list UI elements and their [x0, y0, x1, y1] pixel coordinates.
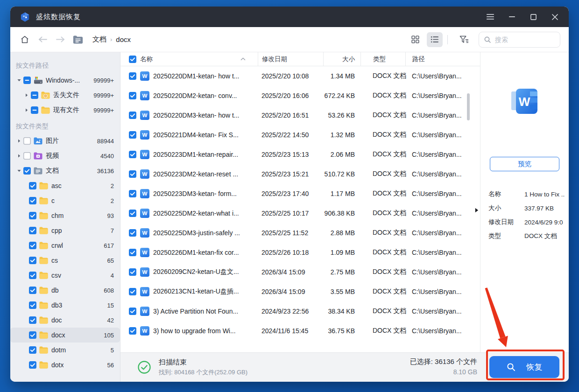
table-row[interactable]: W20250223DM2-ketan-reset ...2025/2/23 15… [120, 164, 480, 184]
column-header-size[interactable]: 大小 [323, 52, 360, 66]
recover-button[interactable]: 恢复 [489, 356, 559, 378]
sidebar-item-cs[interactable]: cs65 [10, 253, 120, 268]
table-row[interactable]: W3) how to upgrade from Wi...2024/11/6 1… [120, 321, 480, 341]
sidebar-item-lost-files[interactable]: 丢失文件99999+ [10, 88, 120, 103]
sidebar-item-db[interactable]: db608 [10, 283, 120, 298]
scrollbar-thumb[interactable] [467, 93, 470, 120]
sidebar-item-existing-files[interactable]: 现有文件99999+ [10, 103, 120, 118]
close-icon[interactable] [550, 12, 559, 21]
checkbox-checked-icon[interactable] [23, 167, 31, 175]
sidebar-item-asc[interactable]: asc2 [10, 178, 120, 193]
table-row[interactable]: W20250226DM1-ketan-fix cor...2025/2/26 1… [120, 243, 480, 262]
list-view-button[interactable] [427, 32, 443, 47]
filter-button[interactable] [456, 32, 472, 47]
checkbox-checked-icon[interactable] [29, 361, 36, 369]
row-checkbox-checked-icon[interactable] [129, 249, 136, 256]
sidebar-item-windows-drive[interactable]: Windows-...99999+ [10, 73, 120, 88]
checkbox-unchecked-icon[interactable] [23, 152, 31, 160]
sidebar-item-cpp[interactable]: cpp7 [10, 223, 120, 238]
sidebar-item-videos[interactable]: 视频4540 [10, 148, 120, 163]
table-row[interactable]: W20250220DM3-ketan- how t...2025/2/20 16… [120, 105, 480, 125]
table-row[interactable]: W20260209CN2-ketan-U盘文...2026/3/4 15:092… [120, 262, 480, 282]
home-button[interactable] [19, 34, 31, 46]
chevron-right-icon[interactable] [22, 93, 31, 98]
row-checkbox-checked-icon[interactable] [129, 268, 136, 276]
checkbox-unchecked-icon[interactable] [23, 137, 31, 145]
cell-file-type: DOCX 文档 [360, 248, 405, 257]
row-checkbox-checked-icon[interactable] [129, 72, 136, 80]
chevron-down-icon[interactable] [15, 168, 23, 173]
back-button[interactable] [36, 34, 49, 46]
sidebar-item-docx[interactable]: docx105 [10, 328, 120, 343]
table-row[interactable]: W20250225DM2-ketan-what i...2025/2/25 10… [120, 203, 480, 223]
row-checkbox-checked-icon[interactable] [129, 308, 136, 315]
select-all-checkbox[interactable] [129, 56, 136, 63]
row-checkbox-checked-icon[interactable] [129, 210, 136, 217]
word-file-icon: W [140, 111, 149, 120]
sort-ascending-icon[interactable] [240, 57, 246, 61]
sidebar-item-dotm[interactable]: dotm5 [10, 343, 120, 357]
checkbox-checked-icon[interactable] [29, 227, 36, 234]
row-checkbox-checked-icon[interactable] [129, 229, 136, 237]
breadcrumb-item-documents[interactable]: 文档 [92, 35, 106, 44]
column-header-date[interactable]: 修改日期 [258, 52, 323, 66]
sidebar-item-chm[interactable]: chm93 [10, 208, 120, 223]
row-checkbox-checked-icon[interactable] [129, 170, 136, 178]
chevron-right-icon[interactable] [15, 154, 23, 158]
checkbox-checked-icon[interactable] [29, 331, 36, 339]
sidebar-item-doc[interactable]: doc42 [10, 313, 120, 328]
forward-button[interactable] [54, 34, 66, 46]
checkbox-checked-icon[interactable] [29, 301, 36, 309]
row-checkbox-checked-icon[interactable] [129, 112, 136, 119]
collapse-panel-arrow[interactable] [474, 207, 479, 215]
table-row[interactable]: W20250223DM1-ketan-repair...2025/2/23 15… [120, 145, 480, 164]
checkbox-checked-icon[interactable] [29, 212, 36, 219]
row-checkbox-checked-icon[interactable] [129, 92, 136, 99]
table-row[interactable]: W20250223DM3-ketan- form...2025/2/23 17:… [120, 184, 480, 203]
preview-button[interactable]: 预览 [490, 157, 559, 171]
word-file-icon: W [140, 267, 149, 277]
row-checkbox-checked-icon[interactable] [129, 151, 136, 158]
maximize-button[interactable] [529, 12, 538, 21]
grid-view-button[interactable] [407, 32, 423, 47]
checkbox-checked-icon[interactable] [29, 287, 36, 294]
table-row[interactable]: W20250220DM2-ketan- conv...2025/2/20 16:… [120, 86, 480, 105]
row-checkbox-checked-icon[interactable] [129, 288, 136, 295]
sidebar-item-count: 5 [111, 347, 120, 354]
row-checkbox-checked-icon[interactable] [129, 190, 136, 197]
sidebar-item-c[interactable]: c2 [10, 193, 120, 208]
checkbox-checked-icon[interactable] [29, 346, 36, 354]
sidebar-item-pictures[interactable]: 图片88944 [10, 133, 120, 148]
checkbox-checked-icon[interactable] [29, 197, 36, 204]
checkbox-indeterminate-icon[interactable] [23, 77, 31, 84]
sidebar-item-csv[interactable]: csv4 [10, 268, 120, 283]
sidebar-item-dotx[interactable]: dotx56 [10, 357, 120, 372]
menu-icon[interactable] [486, 12, 495, 21]
table-row[interactable]: W3) Active Partition Not Foun...2024/9/2… [120, 301, 480, 321]
checkbox-indeterminate-icon[interactable] [31, 106, 38, 114]
table-row[interactable]: W20260213CN1-ketan-U盘插...2026/3/4 15:093… [120, 282, 480, 301]
table-row[interactable]: W20250220DM1-ketan- how t...2025/2/20 10… [120, 66, 480, 86]
minimize-button[interactable] [507, 12, 516, 21]
checkbox-checked-icon[interactable] [29, 257, 36, 264]
breadcrumb-item-docx[interactable]: docx [116, 35, 131, 43]
column-header-type[interactable]: 类型 [360, 52, 405, 66]
table-row[interactable]: W20250221DM4-ketan- Fix S...2025/2/22 14… [120, 125, 480, 145]
checkbox-checked-icon[interactable] [29, 272, 36, 279]
sidebar-item-db3[interactable]: db315 [10, 298, 120, 313]
chevron-right-icon[interactable] [15, 139, 23, 143]
row-checkbox-checked-icon[interactable] [129, 131, 136, 139]
checkbox-checked-icon[interactable] [29, 316, 36, 324]
table-row[interactable]: W20250225DM3-justin-safely ...2025/2/25 … [120, 223, 480, 243]
column-header-path[interactable]: 路径 [405, 52, 480, 66]
column-header-name[interactable]: 名称 [120, 52, 258, 66]
sidebar-item-crwl[interactable]: crwl617 [10, 238, 120, 253]
checkbox-checked-icon[interactable] [29, 242, 36, 249]
chevron-right-icon[interactable] [22, 108, 31, 112]
sidebar-item-documents[interactable]: 文档36136 [10, 163, 120, 178]
chevron-down-icon[interactable] [15, 78, 23, 83]
checkbox-checked-icon[interactable] [29, 182, 36, 189]
search-input[interactable] [495, 36, 555, 43]
checkbox-indeterminate-icon[interactable] [31, 91, 38, 99]
row-checkbox-checked-icon[interactable] [129, 327, 136, 335]
